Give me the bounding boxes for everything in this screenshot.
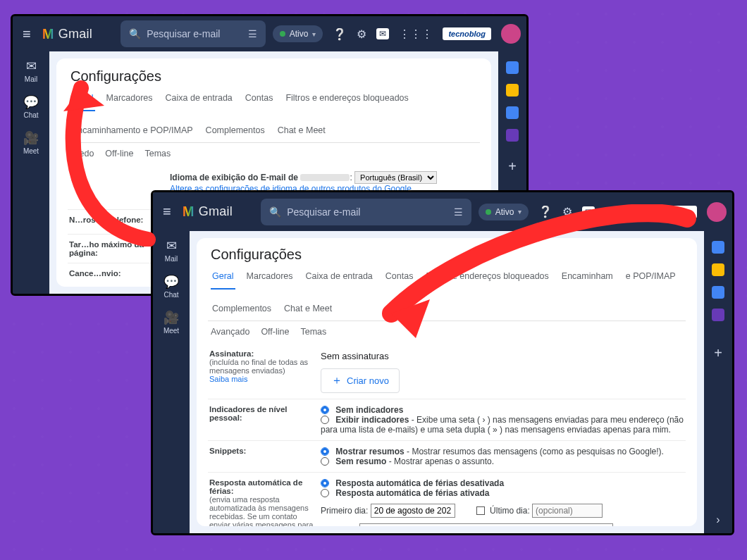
tab-caixa-entrada[interactable]: Caixa de entrada bbox=[164, 89, 234, 111]
rail-item-mail[interactable]: ✉ Mail bbox=[25, 56, 37, 86]
radio-sem-resumo[interactable] bbox=[321, 457, 329, 466]
criar-novo-button[interactable]: ＋ Criar novo bbox=[321, 368, 400, 393]
gmail-logo[interactable]: MGmail bbox=[42, 26, 92, 42]
first-day-input[interactable] bbox=[371, 504, 455, 518]
tab-contas[interactable]: Contas bbox=[244, 89, 275, 111]
topbar: ≡ MGmail 🔍 Pesquisar e-mail ☰ Ativo ▾ ❔ … bbox=[153, 192, 732, 231]
rail-item-meet[interactable]: 🎥 Meet bbox=[163, 307, 179, 337]
page-title: Configurações bbox=[70, 68, 480, 85]
lang-label-prefix: Idioma de exibição do E-mail de bbox=[170, 173, 298, 182]
tab-avancado-clipped[interactable]: …edo bbox=[70, 149, 94, 158]
calendar-icon[interactable] bbox=[506, 61, 519, 74]
menu-icon[interactable]: ≡ bbox=[18, 22, 35, 46]
opt-ferias-off: Resposta automática de férias desativada bbox=[335, 478, 504, 488]
settings-panel: Configurações Geral Marcadores Caixa de … bbox=[197, 238, 697, 526]
avatar[interactable] bbox=[501, 24, 521, 44]
menu-icon[interactable]: ≡ bbox=[159, 199, 175, 224]
plus-icon: ＋ bbox=[331, 373, 342, 388]
row-assinatura: Assinatura: (incluída no final de todas … bbox=[208, 344, 686, 399]
tab-complementos[interactable]: Complementos bbox=[204, 121, 266, 142]
no-signatures: Sem assinaturas bbox=[321, 351, 684, 361]
tab-chat-meet[interactable]: Chat e Meet bbox=[283, 299, 333, 321]
meet-icon: 🎥 bbox=[23, 130, 39, 146]
tab-geral[interactable]: Geral bbox=[211, 267, 235, 290]
gear-icon[interactable]: ⚙ bbox=[562, 205, 572, 218]
tab-geral[interactable]: Geral bbox=[70, 89, 95, 111]
status-pill[interactable]: Ativo ▾ bbox=[273, 25, 323, 42]
rail-item-chat[interactable]: 💬 Chat bbox=[23, 92, 39, 122]
add-icon[interactable]: + bbox=[508, 158, 517, 175]
tab-marcadores[interactable]: Marcadores bbox=[105, 89, 154, 111]
checkbox-last-day[interactable] bbox=[476, 506, 485, 515]
tasks-icon[interactable] bbox=[712, 286, 724, 299]
tab-caixa-entrada[interactable]: Caixa de entrada bbox=[304, 267, 374, 290]
radio-mostrar-resumos[interactable] bbox=[321, 447, 329, 456]
radio-sem-indicadores[interactable] bbox=[321, 406, 329, 414]
rail-item-mail[interactable]: ✉ Mail bbox=[165, 235, 178, 266]
tab-temas[interactable]: Temas bbox=[144, 149, 171, 158]
status-pill[interactable]: Ativo ▾ bbox=[479, 204, 529, 220]
tune-icon[interactable]: ☰ bbox=[248, 28, 257, 39]
opt-sem-resumo: Sem resumo bbox=[335, 456, 386, 466]
opt-mostrar-desc: - Mostrar resumos das mensagens (como as… bbox=[407, 447, 664, 456]
search-input[interactable]: 🔍 Pesquisar e-mail ☰ bbox=[121, 20, 266, 47]
mail-icon[interactable]: ✉ bbox=[376, 28, 389, 39]
page-title: Configurações bbox=[211, 247, 686, 263]
tasks-icon[interactable] bbox=[506, 106, 519, 119]
tab-filtros[interactable]: Filtros e endereços bloqueados bbox=[284, 89, 409, 111]
mail-icon: ✉ bbox=[166, 238, 177, 254]
help-icon[interactable]: ❔ bbox=[333, 27, 347, 41]
gmail-logo[interactable]: MGmail bbox=[183, 204, 233, 220]
rail-label: Mail bbox=[25, 75, 37, 83]
rail-item-chat[interactable]: 💬 Chat bbox=[163, 271, 179, 301]
tenant-logo[interactable]: tecnoblog bbox=[443, 27, 491, 40]
keep-icon[interactable] bbox=[712, 263, 724, 276]
redacted-icon bbox=[300, 174, 350, 181]
search-icon: 🔍 bbox=[129, 28, 141, 39]
row-label: Cance…nvio: bbox=[69, 269, 164, 282]
mail-icon[interactable]: ✉ bbox=[582, 206, 595, 218]
subject-input[interactable] bbox=[359, 523, 613, 526]
add-icon[interactable]: + bbox=[714, 345, 722, 361]
keep-icon[interactable] bbox=[506, 84, 519, 97]
row-label: Snippets: bbox=[209, 447, 315, 466]
chevron-down-icon: ▾ bbox=[518, 208, 521, 216]
tab-complementos[interactable]: Complementos bbox=[211, 299, 273, 321]
tab-marcadores[interactable]: Marcadores bbox=[245, 267, 295, 290]
tab-filtros[interactable]: Filtros e endereços bloqueados bbox=[424, 267, 550, 290]
tenant-logo[interactable]: tecnoblog bbox=[648, 206, 697, 218]
tab-encaminhamento[interactable]: Encaminhamento e POP/IMAP bbox=[70, 121, 195, 142]
language-select[interactable]: Português (Brasil) bbox=[354, 171, 437, 184]
criar-novo-label: Criar novo bbox=[347, 375, 389, 386]
contacts-icon[interactable] bbox=[712, 309, 724, 321]
radio-exibir-indicadores[interactable] bbox=[321, 416, 329, 424]
tab-offline[interactable]: Off-line bbox=[261, 327, 289, 337]
tab-contas[interactable]: Contas bbox=[384, 267, 415, 290]
tab-offline[interactable]: Off-line bbox=[105, 149, 133, 158]
apps-grid-icon[interactable]: ⋮⋮⋮ bbox=[399, 27, 433, 41]
right-rail: + › bbox=[704, 231, 732, 533]
avatar[interactable] bbox=[707, 202, 727, 222]
tab-chat-meet[interactable]: Chat e Meet bbox=[276, 121, 327, 142]
left-rail: ✉ Mail 💬 Chat 🎥 Meet bbox=[153, 231, 190, 533]
tab-temas[interactable]: Temas bbox=[300, 327, 326, 337]
contacts-icon[interactable] bbox=[506, 129, 519, 142]
apps-grid-icon[interactable]: ⋮⋮⋮ bbox=[605, 205, 638, 218]
chevron-down-icon: ▾ bbox=[312, 30, 316, 38]
rail-item-meet[interactable]: 🎥 Meet bbox=[23, 127, 39, 158]
help-icon[interactable]: ❔ bbox=[538, 205, 552, 218]
opt-sem-indicadores: Sem indicadores bbox=[335, 405, 403, 415]
collapse-icon[interactable]: › bbox=[716, 514, 720, 526]
tab-encaminhamento-a[interactable]: Encaminham bbox=[560, 267, 615, 290]
gear-icon[interactable]: ⚙ bbox=[357, 27, 366, 41]
tab-avancado[interactable]: Avançado bbox=[211, 327, 249, 337]
radio-ferias-on[interactable] bbox=[321, 489, 329, 497]
link-saiba-mais[interactable]: Saiba mais bbox=[209, 375, 315, 383]
row-indicadores: Indicadores de nível pessoal: Sem indica… bbox=[208, 399, 686, 441]
radio-ferias-off[interactable] bbox=[321, 479, 329, 487]
tune-icon[interactable]: ☰ bbox=[454, 206, 463, 218]
calendar-icon[interactable] bbox=[712, 241, 724, 254]
search-input[interactable]: 🔍 Pesquisar e-mail ☰ bbox=[261, 199, 471, 225]
first-day-label: Primeiro dia: bbox=[321, 506, 368, 516]
tab-encaminhamento-b[interactable]: e POP/IMAP bbox=[624, 267, 677, 290]
